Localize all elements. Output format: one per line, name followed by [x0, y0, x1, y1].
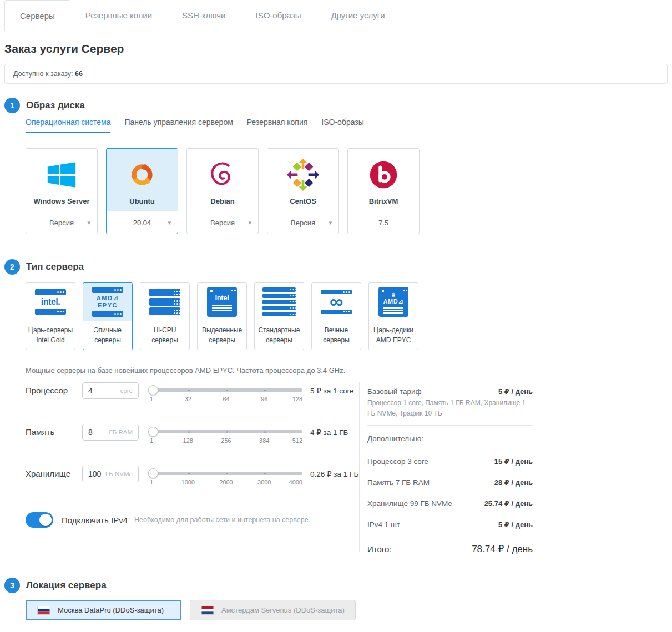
version-value: 20.04 — [133, 219, 151, 227]
location-moscow-button[interactable]: Москва DataPro (DDoS-защита) — [26, 600, 181, 620]
slider-track[interactable] — [150, 430, 302, 433]
intel-gold-server-icon: intel. — [26, 283, 75, 321]
server-dots-icon — [290, 289, 292, 291]
type-card-label: Царь-серверы Intel Gold — [26, 321, 75, 350]
standard-server-icon — [255, 283, 304, 321]
slider-thumb[interactable] — [148, 385, 158, 395]
top-tab-bar: Серверы Резервные копии SSH-ключи ISO-об… — [0, 0, 672, 31]
cpu-slider[interactable]: 1 32 64 96 128 — [150, 382, 302, 403]
type-card-hi-cpu[interactable]: Hi-CPU серверы — [140, 282, 190, 350]
centos-logo-icon — [286, 158, 320, 192]
server-dots-icon — [290, 301, 292, 303]
tick-label: 128 — [183, 437, 193, 444]
type-card-standard[interactable]: Стандартные серверы — [254, 282, 304, 350]
ipv4-toggle[interactable] — [26, 512, 53, 528]
server-dots-icon — [290, 295, 292, 297]
server-dots-icon — [57, 311, 59, 312]
available-info-bar: Доступно к заказу: 66 — [4, 64, 668, 84]
ubuntu-version-dropdown[interactable]: 20.04 ▾ — [107, 211, 178, 234]
step3-header: 3 Локация сервера — [4, 578, 672, 593]
location-amsterdam-button[interactable]: Амстердам Serverius (DDoS-защита) — [190, 600, 356, 620]
os-card-top: Ubuntu — [107, 149, 178, 211]
slider-tick-dot — [188, 473, 190, 474]
tick-label: 1 — [150, 437, 153, 444]
type-card-line2: серверы — [199, 335, 245, 345]
os-card-top: Debian — [187, 149, 258, 211]
ubuntu-logo-icon — [125, 158, 159, 192]
configuration-area: Процессор 4 core 1 32 64 96 128 5 ₽ за 1… — [26, 382, 533, 553]
type-card-dedicated[interactable]: intel Выделенные серверы — [197, 282, 247, 350]
os-card-debian[interactable]: Debian Версия ▾ — [186, 148, 259, 234]
server-dots-icon — [290, 307, 292, 309]
amd-dedicated-server-icon: ♛ AMD⊿ — [369, 283, 418, 321]
slider-tick-dot — [188, 390, 190, 391]
base-tariff-block: Базовый тариф 5 ₽ / день Процессор 1 cor… — [367, 382, 533, 426]
version-value: Версия — [210, 219, 235, 227]
os-card-top: CentOS — [267, 149, 338, 211]
subtab-operating-system[interactable]: Операционная система — [26, 118, 110, 133]
location-label: Амстердам Serverius (DDoS-защита) — [221, 606, 345, 614]
ram-value: 8 — [88, 428, 93, 437]
os-card-top: Windows Server — [26, 149, 97, 211]
summary-item-price: 5 ₽ / день — [498, 520, 533, 529]
storage-slider[interactable]: 1 1000 2000 3000 4000 — [150, 466, 302, 487]
type-card-line1: Царь-дедики — [370, 325, 417, 335]
os-name: Ubuntu — [129, 197, 154, 205]
ram-slider[interactable]: 1 128 256 384 512 — [150, 424, 302, 445]
type-card-tsar-intel-gold[interactable]: intel. Царь-серверы Intel Gold — [26, 282, 75, 350]
storage-input[interactable]: 100 ГБ NVMe — [82, 466, 139, 482]
server-dots-icon — [231, 290, 233, 291]
toggle-knob — [39, 514, 52, 526]
type-card-line1: Царь-серверы — [27, 325, 74, 335]
slider-track[interactable] — [150, 472, 302, 475]
base-tariff-price: 5 ₽ / день — [498, 387, 533, 396]
tab-ssh-keys[interactable]: SSH-ключи — [167, 0, 240, 31]
tab-servers[interactable]: Серверы — [4, 0, 70, 31]
ram-input[interactable]: 8 ГБ RAM — [82, 424, 139, 441]
server-dots-icon — [114, 289, 116, 291]
summary-item-ram: Память 7 ГБ RAM 28 ₽ / день — [367, 472, 533, 493]
ram-unit: ГБ RAM — [109, 429, 133, 436]
tick-label: 512 — [292, 437, 302, 444]
centos-version-dropdown[interactable]: Версия ▾ — [267, 211, 338, 234]
slider-tick-dot — [226, 473, 228, 474]
server-dots-icon — [174, 310, 175, 311]
chip-stripes-icon — [383, 307, 403, 315]
type-card-line1: Hi-CPU — [142, 325, 188, 335]
subtab-control-panel[interactable]: Панель управления сервером — [124, 118, 233, 133]
ipv4-toggle-label: Подключить IPv4 — [62, 515, 128, 525]
type-card-epic-servers[interactable]: AMD⊿ EPYC Эпичные серверы — [83, 282, 133, 350]
cpu-input[interactable]: 4 core — [82, 382, 139, 399]
version-value: 7.5 — [378, 219, 388, 227]
os-name: Debian — [210, 197, 234, 205]
windows-logo-icon — [44, 158, 79, 192]
os-card-centos[interactable]: CentOS Версия ▾ — [267, 148, 339, 234]
additional-section-label: Дополнительно: — [367, 426, 533, 451]
tab-iso-images[interactable]: ISO-образы — [240, 0, 316, 31]
tab-label: Серверы — [20, 11, 55, 21]
tab-other-services[interactable]: Другие услуги — [316, 0, 400, 31]
step3-title: Локация сервера — [26, 580, 107, 591]
type-card-label: Выделенные серверы — [198, 321, 246, 350]
windows-version-dropdown[interactable]: Версия ▾ — [26, 211, 97, 234]
os-card-ubuntu[interactable]: Ubuntu 20.04 ▾ — [106, 148, 178, 234]
os-card-windows-server[interactable]: Windows Server Версия ▾ — [26, 148, 98, 234]
tab-backups[interactable]: Резервные копии — [70, 0, 167, 31]
slider-thumb[interactable] — [148, 427, 158, 437]
os-card-bitrixvm[interactable]: BitrixVM 7.5 — [347, 148, 420, 234]
type-card-eternal[interactable]: ∞ Вечные серверы — [311, 282, 361, 350]
slider-tick-dot — [226, 431, 228, 433]
cpu-unit: core — [120, 387, 133, 394]
subtab-backup[interactable]: Резервная копия — [247, 118, 308, 133]
tab-label: ISO-образы — [255, 11, 301, 20]
tick-label: 3000 — [257, 479, 271, 486]
slider-tick-dot — [226, 390, 228, 391]
slider-track[interactable] — [150, 388, 302, 392]
slider-thumb[interactable] — [148, 468, 158, 478]
type-card-tsar-dedik-amd[interactable]: ♛ AMD⊿ Царь-дедики AMD EPYC — [368, 282, 418, 350]
type-card-line2: серверы — [84, 335, 131, 345]
subtab-iso-images[interactable]: ISO-образы — [321, 118, 363, 133]
type-card-line2: серверы — [256, 335, 302, 345]
tick-label: 96 — [261, 396, 267, 402]
debian-version-dropdown[interactable]: Версия ▾ — [187, 211, 258, 234]
